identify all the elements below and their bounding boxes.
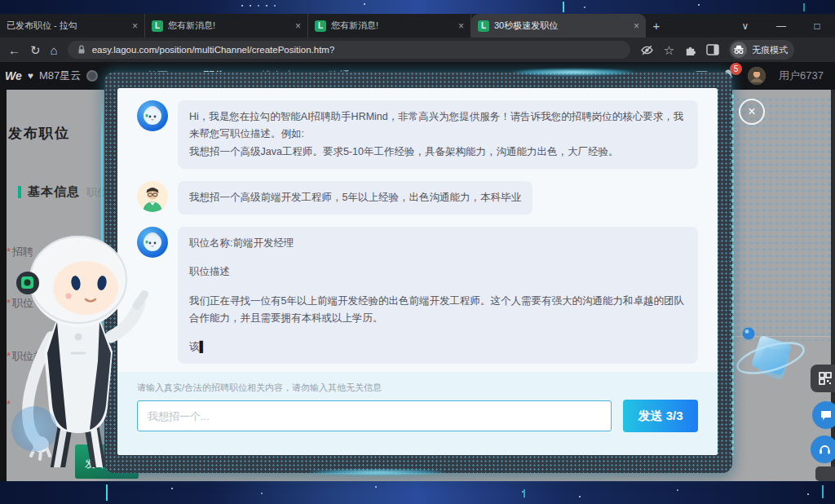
message-line: 我想招一个高级Java工程师。要求5-10年工作经验，具备架构能力，沟通能力出色… — [189, 144, 687, 161]
tab-title: 您有新消息! — [331, 20, 453, 32]
maximize-button[interactable]: □ — [799, 20, 835, 32]
site-logo[interactable]: We ♥ M87星云 — [0, 69, 98, 83]
message-line-typing: 该▌ — [189, 338, 687, 356]
incognito-label: 无痕模式 — [752, 44, 788, 56]
typing-cursor: ▌ — [200, 341, 207, 352]
desktop-background-top — [0, 0, 835, 14]
planet-cube-decoration — [732, 321, 810, 401]
cyan-line — [106, 484, 108, 501]
tab-title: 已发布职位 - 拉勾 — [7, 20, 127, 32]
cyan-line — [803, 3, 805, 11]
address-bar[interactable]: easy.lagou.com/position/multiChannel/cre… — [68, 41, 630, 59]
message-line: 我们正在寻找一位有5年以上前端开发经验的出色前端开发工程师。这个人需要有强大的沟… — [189, 293, 687, 328]
customer-service-button[interactable] — [811, 435, 835, 463]
new-tab-button[interactable]: + — [646, 14, 667, 38]
tab-close-icon[interactable]: × — [132, 21, 138, 31]
bookmark-star-icon[interactable]: ☆ — [664, 44, 674, 56]
send-button[interactable]: 发送 3/3 — [623, 400, 698, 432]
input-hint: 请输入真实/合法的招聘职位相关内容，请勿输入其他无关信息 — [137, 382, 698, 394]
frame-glow — [512, 69, 634, 76]
chat-message-ai-2: 职位名称:前端开发经理 职位描述 我们正在寻找一位有5年以上前端开发经验的出色前… — [137, 227, 698, 364]
chat-input-zone: 请输入真实/合法的招聘职位相关内容，请勿输入其他无关信息 发送 3/3 — [117, 372, 718, 455]
stars — [171, 488, 173, 489]
username[interactable]: 用户6737 — [779, 69, 824, 83]
badge-icon — [86, 70, 98, 82]
message-bubble: 我想招一个高级前端开发工程师，5年以上经验，出色沟通能力，本科毕业 — [178, 181, 532, 214]
window-controls: ∨ — □ — [727, 14, 835, 38]
message-bubble: 职位名称:前端开发经理 职位描述 我们正在寻找一位有5年以上前端开发经验的出色前… — [178, 227, 698, 364]
tab-close-icon[interactable]: × — [295, 21, 301, 31]
tab-title: 您有新消息! — [168, 20, 290, 32]
extensions-puzzle-icon[interactable] — [684, 44, 696, 56]
chat-message-ai-1: Hi，我是您在拉勾的智能AI招聘助手HRMind，非常高兴为您提供服务！请告诉我… — [137, 100, 698, 169]
qr-icon — [819, 372, 832, 385]
url-text: easy.lagou.com/position/multiChannel/cre… — [92, 45, 335, 55]
section-title: 基本信息 — [28, 184, 80, 200]
page-left-edge — [0, 90, 7, 481]
eye-off-icon[interactable] — [640, 44, 654, 56]
tab-search-icon[interactable]: ∨ — [727, 20, 763, 32]
chat-bubble-icon — [820, 409, 833, 422]
cyan-line — [524, 489, 525, 497]
screen: 已发布职位 - 拉勾 × L 您有新消息! × L 您有新消息! × L 30秒… — [0, 0, 835, 504]
input-row: 发送 3/3 — [137, 400, 698, 432]
chat-message-list[interactable]: Hi，我是您在拉勾的智能AI招聘助手HRMind，非常高兴为您提供服务！请告诉我… — [117, 88, 718, 372]
chat-message-user: 我想招一个高级前端开发工程师，5年以上经验，出色沟通能力，本科毕业 — [137, 181, 698, 214]
side-panel-icon[interactable] — [706, 44, 719, 55]
incognito-icon — [731, 42, 747, 58]
browser-tab-1[interactable]: 已发布职位 - 拉勾 × — [0, 14, 145, 38]
page-title: 发布职位 — [8, 124, 70, 143]
lagou-favicon: L — [152, 20, 163, 32]
qr-code-button[interactable] — [811, 365, 835, 392]
message-line: Hi，我是您在拉勾的智能AI招聘助手HRMind，非常高兴为您提供服务！请告诉我… — [189, 108, 687, 144]
ai-chat-dialog: Hi，我是您在拉勾的智能AI招聘助手HRMind，非常高兴为您提供服务！请告诉我… — [104, 72, 732, 473]
user-avatar[interactable] — [748, 67, 766, 85]
tab-title: 30秒极速发职位 — [494, 20, 629, 32]
user-chat-avatar — [137, 181, 168, 212]
halftone-dots — [728, 96, 833, 341]
browser-tab-bar: 已发布职位 - 拉勾 × L 您有新消息! × L 您有新消息! × L 30秒… — [0, 14, 835, 38]
message-line: 职位名称:前端开发经理 — [189, 235, 687, 252]
logo-name: M87星云 — [39, 69, 81, 83]
home-icon[interactable]: ⌂ — [51, 44, 58, 56]
chat-panel: Hi，我是您在拉勾的智能AI招聘助手HRMind，非常高兴为您提供服务！请告诉我… — [117, 88, 718, 455]
browser-tab-4-active[interactable]: L 30秒极速发职位 × — [471, 14, 646, 38]
desktop-background-bottom — [0, 481, 835, 504]
cyan-line-right — [731, 95, 734, 455]
profile-incognito-chip[interactable]: 无痕模式 — [729, 40, 794, 60]
tab-close-icon[interactable]: × — [458, 21, 464, 31]
browser-toolbar: ← ↻ ⌂ easy.lagou.com/position/multiChann… — [0, 38, 835, 62]
ai-avatar — [137, 100, 168, 131]
minimize-button[interactable]: — — [763, 20, 799, 32]
section-basic-info: 基本信息 职位名 — [18, 184, 108, 200]
lagou-favicon: L — [315, 20, 326, 32]
message-bubble: Hi，我是您在拉勾的智能AI招聘助手HRMind，非常高兴为您提供服务！请告诉我… — [178, 100, 698, 169]
stars — [241, 5, 243, 7]
back-icon[interactable]: ← — [8, 44, 20, 56]
browser-tab-2[interactable]: L 您有新消息! × — [145, 14, 308, 38]
heart-icon: ♥ — [28, 70, 33, 82]
message-line: 我想招一个高级前端开发工程师，5年以上经验，出色沟通能力，本科毕业 — [189, 189, 521, 206]
reload-icon[interactable]: ↻ — [30, 44, 41, 56]
message-button[interactable] — [812, 401, 835, 429]
hidden-button[interactable] — [815, 466, 835, 481]
dialog-close-button[interactable]: × — [739, 99, 765, 125]
frame-glow — [308, 469, 447, 475]
chat-input[interactable] — [137, 400, 612, 431]
headset-icon — [818, 443, 832, 456]
lock-icon — [76, 44, 87, 55]
message-line: 职位描述 — [189, 263, 687, 281]
guide-bubble[interactable] — [11, 406, 57, 452]
logo-we: We — [5, 69, 22, 82]
cyan-line — [822, 485, 824, 498]
lagou-favicon: L — [478, 20, 489, 32]
browser-tab-3[interactable]: L 您有新消息! × — [308, 14, 471, 38]
cyan-line — [563, 2, 564, 12]
tab-close-icon[interactable]: × — [634, 21, 639, 31]
section-bar — [18, 186, 21, 198]
